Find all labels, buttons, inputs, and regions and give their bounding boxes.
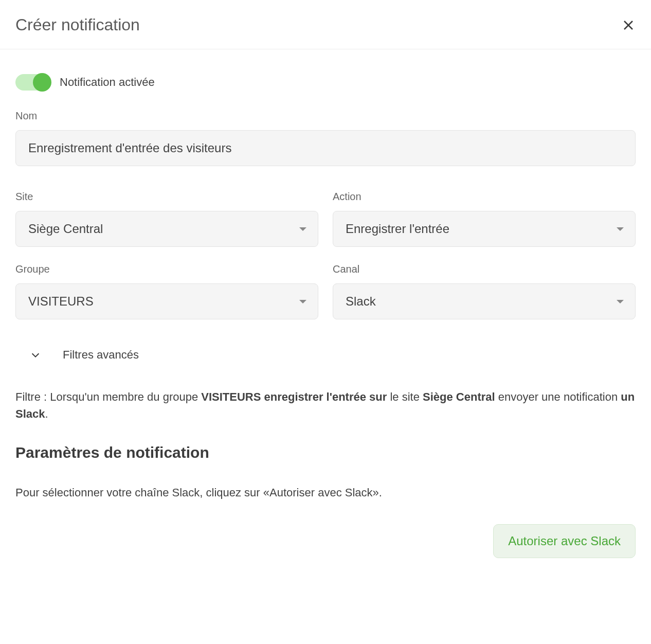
filter-summary-suffix: .	[45, 407, 48, 420]
site-field: Site Siège Central	[15, 191, 318, 247]
action-select[interactable]: Enregistrer l'entrée	[333, 211, 636, 247]
channel-field: Canal Slack	[333, 263, 636, 319]
chevron-down-icon	[30, 349, 41, 361]
name-input[interactable]	[15, 130, 636, 166]
action-field: Action Enregistrer l'entrée	[333, 191, 636, 247]
notification-toggle[interactable]	[15, 74, 50, 91]
filter-summary-site: Siège Central	[423, 390, 495, 403]
row-group-channel: Groupe VISITEURS Canal Slack	[15, 263, 636, 319]
caret-down-icon	[617, 227, 624, 231]
action-select-value: Enregistrer l'entrée	[346, 222, 449, 236]
channel-select-value: Slack	[346, 294, 376, 309]
channel-select[interactable]: Slack	[333, 283, 636, 319]
action-label: Action	[333, 191, 636, 203]
site-select[interactable]: Siège Central	[15, 211, 318, 247]
caret-down-icon	[299, 227, 306, 231]
filter-summary-prefix: Filtre : Lorsqu'un membre du groupe	[15, 390, 201, 403]
advanced-filters-toggle[interactable]: Filtres avancés	[15, 336, 636, 374]
filter-summary-group-action: VISITEURS enregistrer l'entrée sur	[201, 390, 387, 403]
group-field: Groupe VISITEURS	[15, 263, 318, 319]
notification-toggle-row: Notification activée	[15, 74, 636, 91]
group-label: Groupe	[15, 263, 318, 275]
advanced-filters-label: Filtres avancés	[63, 348, 139, 362]
row-site-action: Site Siège Central Action Enregistrer l'…	[15, 191, 636, 247]
dialog-title: Créer notification	[15, 15, 140, 34]
group-select-value: VISITEURS	[28, 294, 94, 309]
site-label: Site	[15, 191, 318, 203]
name-field-section: Nom	[15, 110, 636, 166]
channel-label: Canal	[333, 263, 636, 275]
name-label: Nom	[15, 110, 636, 122]
filter-summary-mid1: le site	[387, 390, 423, 403]
authorize-slack-button[interactable]: Autoriser avec Slack	[493, 524, 636, 558]
filter-summary: Filtre : Lorsqu'un membre du groupe VISI…	[15, 388, 636, 422]
caret-down-icon	[299, 300, 306, 303]
dialog-header: Créer notification	[0, 0, 651, 49]
notification-toggle-label: Notification activée	[60, 76, 155, 89]
dialog-content: Notification activée Nom Site Siège Cent…	[0, 49, 651, 574]
caret-down-icon	[617, 300, 624, 303]
actions-row: Autoriser avec Slack	[15, 524, 636, 558]
filter-summary-mid2: envoyer une notification	[495, 390, 621, 403]
slack-helper-text: Pour sélectionner votre chaîne Slack, cl…	[15, 486, 636, 499]
notification-settings-title: Paramètres de notification	[15, 444, 636, 461]
group-select[interactable]: VISITEURS	[15, 283, 318, 319]
close-icon[interactable]	[621, 18, 636, 32]
site-select-value: Siège Central	[28, 222, 103, 236]
toggle-knob	[33, 73, 51, 92]
